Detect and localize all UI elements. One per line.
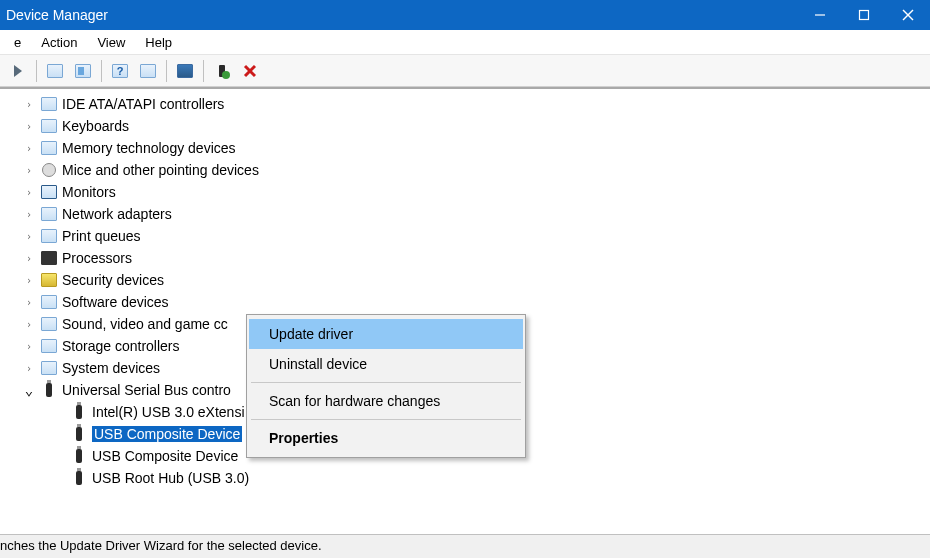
usb-controller-icon	[40, 381, 58, 399]
memory-icon	[40, 139, 58, 157]
tree-item-label: Memory technology devices	[62, 140, 236, 156]
tree-item[interactable]: ›Software devices	[0, 291, 930, 313]
tree-item-label: IDE ATA/ATAPI controllers	[62, 96, 224, 112]
svg-point-5	[222, 71, 230, 79]
tree-item[interactable]: ›Network adapters	[0, 203, 930, 225]
update-driver-button[interactable]	[136, 59, 160, 83]
expand-icon[interactable]: ›	[22, 163, 36, 177]
minimize-button[interactable]	[798, 0, 842, 30]
expand-icon[interactable]: ›	[22, 119, 36, 133]
expand-icon[interactable]: ›	[22, 251, 36, 265]
collapse-icon[interactable]: ⌄	[22, 383, 36, 397]
tree-item[interactable]: ›Print queues	[0, 225, 930, 247]
usb-icon	[70, 469, 88, 487]
menu-action[interactable]: Action	[31, 32, 87, 53]
tree-item-label: Storage controllers	[62, 338, 180, 354]
help-button[interactable]: ?	[108, 59, 132, 83]
expand-icon[interactable]: ›	[22, 317, 36, 331]
printer-icon	[40, 227, 58, 245]
usb-icon	[70, 403, 88, 421]
tree-item-label: Software devices	[62, 294, 169, 310]
usb-icon	[70, 447, 88, 465]
toolbar-separator	[36, 60, 37, 82]
tree-item-label: Security devices	[62, 272, 164, 288]
context-menu-item[interactable]: Update driver	[249, 319, 523, 349]
tree-item[interactable]: ›Processors	[0, 247, 930, 269]
context-menu: Update driverUninstall deviceScan for ha…	[246, 314, 526, 458]
uninstall-button[interactable]	[238, 59, 262, 83]
toolbar-separator	[101, 60, 102, 82]
expand-icon[interactable]: ›	[22, 207, 36, 221]
properties-panel-button[interactable]	[71, 59, 95, 83]
context-menu-separator	[251, 382, 521, 383]
security-icon	[40, 271, 58, 289]
expand-icon[interactable]: ›	[22, 229, 36, 243]
context-menu-separator	[251, 419, 521, 420]
tree-item-label: Network adapters	[62, 206, 172, 222]
menu-view[interactable]: View	[87, 32, 135, 53]
tree-item[interactable]: ›IDE ATA/ATAPI controllers	[0, 93, 930, 115]
tree-item-label: Sound, video and game cc	[62, 316, 228, 332]
window-title: Device Manager	[6, 7, 798, 23]
context-menu-item[interactable]: Uninstall device	[249, 349, 523, 379]
processor-icon	[40, 249, 58, 267]
tree-item-label: Intel(R) USB 3.0 eXtensi	[92, 404, 245, 420]
network-icon	[40, 205, 58, 223]
enable-button[interactable]	[210, 59, 234, 83]
context-menu-item[interactable]: Properties	[249, 423, 523, 453]
status-bar: nches the Update Driver Wizard for the s…	[0, 534, 930, 558]
monitor-icon	[40, 183, 58, 201]
device-tree-panel[interactable]: ›IDE ATA/ATAPI controllers›Keyboards›Mem…	[0, 87, 930, 534]
tree-item[interactable]: ›Mice and other pointing devices	[0, 159, 930, 181]
controller-icon	[40, 95, 58, 113]
scan-hardware-button[interactable]	[173, 59, 197, 83]
expand-icon[interactable]: ›	[22, 185, 36, 199]
expand-icon[interactable]: ›	[22, 97, 36, 111]
mouse-icon	[40, 161, 58, 179]
close-button[interactable]	[886, 0, 930, 30]
maximize-button[interactable]	[842, 0, 886, 30]
show-panel-button[interactable]	[43, 59, 67, 83]
toolbar-separator	[166, 60, 167, 82]
tree-item[interactable]: ›Monitors	[0, 181, 930, 203]
titlebar: Device Manager	[0, 0, 930, 30]
tree-item-label: USB Composite Device	[92, 426, 242, 442]
context-menu-item[interactable]: Scan for hardware changes	[249, 386, 523, 416]
tree-item[interactable]: ›Memory technology devices	[0, 137, 930, 159]
tree-item-label: Keyboards	[62, 118, 129, 134]
tree-item-label: Print queues	[62, 228, 141, 244]
no-twisty	[52, 405, 66, 419]
no-twisty	[52, 471, 66, 485]
no-twisty	[52, 449, 66, 463]
tree-item[interactable]: ›Security devices	[0, 269, 930, 291]
toolbar-separator	[203, 60, 204, 82]
svg-rect-1	[860, 11, 869, 20]
menu-help[interactable]: Help	[135, 32, 182, 53]
menu-file-truncated[interactable]: e	[4, 32, 31, 53]
tree-item-label: System devices	[62, 360, 160, 376]
tree-item-label: USB Root Hub (USB 3.0)	[92, 470, 249, 486]
forward-button[interactable]	[6, 59, 30, 83]
expand-icon[interactable]: ›	[22, 339, 36, 353]
system-icon	[40, 359, 58, 377]
sound-icon	[40, 315, 58, 333]
expand-icon[interactable]: ›	[22, 361, 36, 375]
menubar: e Action View Help	[0, 30, 930, 55]
no-twisty	[52, 427, 66, 441]
tree-item-label: Universal Serial Bus contro	[62, 382, 231, 398]
toolbar: ?	[0, 55, 930, 87]
keyboard-icon	[40, 117, 58, 135]
software-icon	[40, 293, 58, 311]
tree-item-label: USB Composite Device	[92, 448, 238, 464]
device-manager-window: Device Manager e Action View Help ? ›IDE…	[0, 0, 930, 558]
usb-icon	[70, 425, 88, 443]
tree-item[interactable]: USB Root Hub (USB 3.0)	[0, 467, 930, 489]
expand-icon[interactable]: ›	[22, 141, 36, 155]
tree-item[interactable]: ›Keyboards	[0, 115, 930, 137]
expand-icon[interactable]: ›	[22, 295, 36, 309]
storage-icon	[40, 337, 58, 355]
expand-icon[interactable]: ›	[22, 273, 36, 287]
tree-item-label: Mice and other pointing devices	[62, 162, 259, 178]
tree-item-label: Processors	[62, 250, 132, 266]
tree-item-label: Monitors	[62, 184, 116, 200]
